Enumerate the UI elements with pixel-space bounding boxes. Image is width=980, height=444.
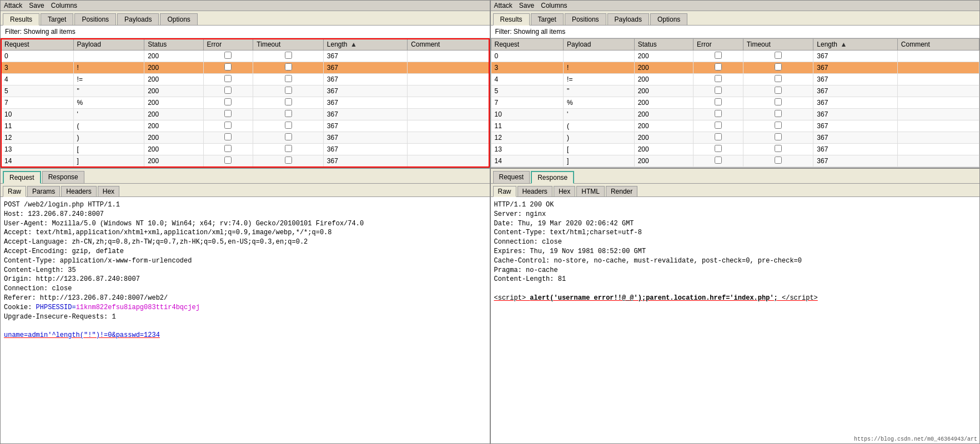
left-cell-timeout[interactable] xyxy=(253,74,324,85)
right-table-row[interactable]: 12 ) 200 367 xyxy=(491,132,979,144)
left-tab-positions[interactable]: Positions xyxy=(74,13,116,25)
right-error-checkbox[interactable] xyxy=(715,133,722,140)
right-col-error[interactable]: Error xyxy=(693,39,743,51)
left-cell-error[interactable] xyxy=(203,62,253,74)
left-error-checkbox[interactable] xyxy=(224,52,232,59)
right-cell-timeout[interactable] xyxy=(743,97,813,109)
right-error-checkbox[interactable] xyxy=(715,110,722,117)
left-cell-timeout[interactable] xyxy=(253,144,324,155)
right-cell-error[interactable] xyxy=(693,109,743,120)
left-cell-error[interactable] xyxy=(203,155,253,167)
right-col-status[interactable]: Status xyxy=(634,39,693,51)
right-tab-options[interactable]: Options xyxy=(650,13,687,25)
right-tab-target[interactable]: Target xyxy=(531,13,564,25)
right-error-checkbox[interactable] xyxy=(715,145,722,152)
left-cell-timeout[interactable] xyxy=(253,155,324,167)
left-col-request[interactable]: Request xyxy=(1,39,74,51)
right-request-tab[interactable]: Request xyxy=(493,171,530,183)
right-table-row[interactable]: 14 ] 200 367 xyxy=(491,155,979,167)
right-cell-error[interactable] xyxy=(693,62,743,74)
left-timeout-checkbox[interactable] xyxy=(285,63,292,70)
right-table-row[interactable]: 13 [ 200 367 xyxy=(491,144,979,155)
right-col-payload[interactable]: Payload xyxy=(564,39,635,51)
left-cell-timeout[interactable] xyxy=(253,51,324,62)
left-table-row[interactable]: 11 ( 200 367 xyxy=(1,120,490,132)
left-response-tab[interactable]: Response xyxy=(42,171,84,183)
left-timeout-checkbox[interactable] xyxy=(285,110,292,117)
right-error-checkbox[interactable] xyxy=(715,157,722,164)
right-cell-timeout[interactable] xyxy=(743,120,813,132)
right-timeout-checkbox[interactable] xyxy=(775,98,782,105)
left-error-checkbox[interactable] xyxy=(224,98,232,105)
right-tab-positions[interactable]: Positions xyxy=(565,13,606,25)
right-cell-timeout[interactable] xyxy=(743,85,813,97)
left-error-checkbox[interactable] xyxy=(224,63,232,70)
right-error-checkbox[interactable] xyxy=(715,87,722,94)
right-tab-payloads[interactable]: Payloads xyxy=(607,13,649,25)
left-col-error[interactable]: Error xyxy=(203,39,253,51)
left-table-row[interactable]: 13 [ 200 367 xyxy=(1,144,490,155)
right-col-request[interactable]: Request xyxy=(491,39,564,51)
left-table-row[interactable]: 3 ! 200 367 xyxy=(1,62,490,74)
left-request-tab[interactable]: Request xyxy=(3,171,41,184)
right-response-tab[interactable]: Response xyxy=(531,171,574,184)
left-timeout-checkbox[interactable] xyxy=(285,133,292,140)
left-cell-timeout[interactable] xyxy=(253,62,324,74)
right-col-length[interactable]: Length ▲ xyxy=(813,39,897,51)
right-cell-error[interactable] xyxy=(693,74,743,85)
left-cell-timeout[interactable] xyxy=(253,85,324,97)
left-cell-timeout[interactable] xyxy=(253,120,324,132)
right-cell-timeout[interactable] xyxy=(743,51,813,62)
left-cell-error[interactable] xyxy=(203,85,253,97)
left-timeout-checkbox[interactable] xyxy=(285,157,292,164)
left-table-row[interactable]: 14 ] 200 367 xyxy=(1,155,490,167)
left-col-status[interactable]: Status xyxy=(144,39,203,51)
left-cell-timeout[interactable] xyxy=(253,97,324,109)
left-error-checkbox[interactable] xyxy=(224,133,232,140)
left-timeout-checkbox[interactable] xyxy=(285,145,292,152)
left-col-payload[interactable]: Payload xyxy=(73,39,144,51)
left-table-row[interactable]: 0 200 367 xyxy=(1,51,490,62)
right-headers-tab[interactable]: Headers xyxy=(517,186,552,196)
right-columns-menu[interactable]: Columns xyxy=(541,2,567,9)
right-cell-timeout[interactable] xyxy=(743,62,813,74)
right-timeout-checkbox[interactable] xyxy=(775,75,782,82)
right-render-tab[interactable]: Render xyxy=(606,186,637,196)
right-html-tab[interactable]: HTML xyxy=(576,186,605,196)
left-timeout-checkbox[interactable] xyxy=(285,75,292,82)
right-cell-timeout[interactable] xyxy=(743,74,813,85)
left-params-tab[interactable]: Params xyxy=(27,186,60,196)
left-cell-error[interactable] xyxy=(203,132,253,144)
right-error-checkbox[interactable] xyxy=(715,52,722,59)
left-hex-tab[interactable]: Hex xyxy=(98,186,119,196)
right-hex-tab[interactable]: Hex xyxy=(554,186,575,196)
right-timeout-checkbox[interactable] xyxy=(775,87,782,94)
left-error-checkbox[interactable] xyxy=(224,75,232,82)
left-col-comment[interactable]: Comment xyxy=(408,39,489,51)
left-cell-error[interactable] xyxy=(203,74,253,85)
right-table-row[interactable]: 11 ( 200 367 xyxy=(491,120,979,132)
left-attack-menu[interactable]: Attack xyxy=(4,2,22,9)
left-cell-timeout[interactable] xyxy=(253,132,324,144)
left-timeout-checkbox[interactable] xyxy=(285,52,292,59)
left-cell-error[interactable] xyxy=(203,97,253,109)
right-error-checkbox[interactable] xyxy=(715,75,722,82)
right-cell-timeout[interactable] xyxy=(743,144,813,155)
right-table-row[interactable]: 0 200 367 xyxy=(491,51,979,62)
right-timeout-checkbox[interactable] xyxy=(775,157,782,164)
left-table-row[interactable]: 10 ' 200 367 xyxy=(1,109,490,120)
left-timeout-checkbox[interactable] xyxy=(285,98,292,105)
right-table-row[interactable]: 5 " 200 367 xyxy=(491,85,979,97)
left-col-timeout[interactable]: Timeout xyxy=(253,39,324,51)
right-error-checkbox[interactable] xyxy=(715,122,722,129)
left-cell-error[interactable] xyxy=(203,109,253,120)
right-cell-error[interactable] xyxy=(693,144,743,155)
right-cell-error[interactable] xyxy=(693,85,743,97)
right-cell-timeout[interactable] xyxy=(743,132,813,144)
left-cell-error[interactable] xyxy=(203,51,253,62)
right-cell-error[interactable] xyxy=(693,120,743,132)
right-cell-error[interactable] xyxy=(693,132,743,144)
left-table-row[interactable]: 5 " 200 367 xyxy=(1,85,490,97)
right-timeout-checkbox[interactable] xyxy=(775,145,782,152)
right-save-menu[interactable]: Save xyxy=(519,2,534,9)
